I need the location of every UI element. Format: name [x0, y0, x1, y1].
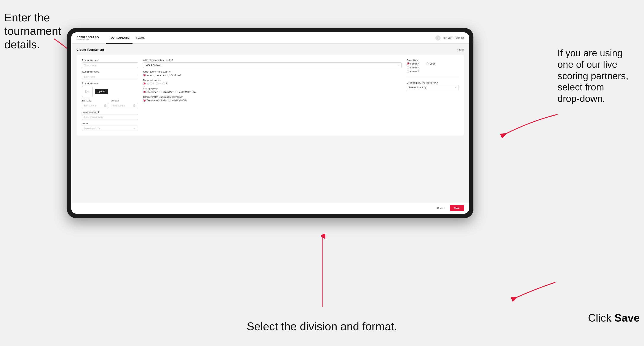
- scoring-match-play[interactable]: Match Play: [159, 91, 174, 93]
- start-date-placeholder: Pick a date: [84, 104, 96, 107]
- logo-placeholder: [82, 86, 92, 97]
- team-teams-radio[interactable]: [143, 99, 146, 102]
- live-scoring-group: Use third-party live scoring API? Leader…: [407, 82, 459, 90]
- middle-form-section: Which division is the event for? NCAA Di…: [143, 59, 402, 131]
- gender-womens-radio[interactable]: [154, 74, 156, 76]
- format-row-1: 5 count 4 Other: [407, 62, 459, 65]
- host-input[interactable]: [82, 62, 138, 68]
- rounds-label: Number of rounds: [143, 79, 402, 81]
- team-individuals[interactable]: Individuals Only: [168, 99, 187, 102]
- live-scoring-input[interactable]: Leaderboard King ×: [407, 85, 459, 90]
- format-label: Format type: [407, 59, 459, 61]
- gender-mens[interactable]: Mens: [143, 74, 152, 76]
- scoring-medal-radio[interactable]: [175, 91, 178, 93]
- venue-label: Venue: [82, 122, 138, 125]
- rounds-3-label: 3: [159, 82, 160, 85]
- nav-link-tournaments[interactable]: TOURNAMENTS: [106, 32, 132, 44]
- format-5count4[interactable]: 5 count 4: [407, 62, 419, 65]
- format-6count5-radio[interactable]: [407, 70, 410, 73]
- gender-combined-radio[interactable]: [167, 74, 170, 76]
- nav-link-teams[interactable]: TEAMS: [132, 32, 148, 44]
- rounds-group: Number of rounds 1 2: [143, 79, 402, 85]
- right-form-section: Format type 5 count 4 Other: [407, 59, 459, 131]
- save-bold-text: Save: [614, 312, 640, 324]
- sponsor-label: Sponsor (optional): [82, 111, 138, 113]
- logo-label: Tournament logo: [82, 82, 138, 84]
- save-button[interactable]: Save: [450, 205, 464, 211]
- format-5count4-radio[interactable]: [407, 62, 410, 65]
- gender-combined[interactable]: Combined: [167, 74, 181, 76]
- start-date-group: Start date Pick a date: [82, 100, 109, 108]
- sponsor-group: Sponsor (optional): [82, 111, 138, 120]
- scoring-group: Scoring system Stroke Play Match Play: [143, 87, 402, 93]
- arrow-bottom-center: [319, 234, 325, 309]
- format-other-radio[interactable]: [426, 62, 429, 65]
- division-group: Which division is the event for? NCAA Di…: [143, 59, 402, 68]
- annotation-bottom-right: Click Save: [588, 312, 640, 325]
- brand-subtitle: Powered by Clippit: [76, 39, 99, 40]
- navbar: SCOREBOARD Powered by Clippit TOURNAMENT…: [71, 32, 469, 44]
- scoring-stroke-label: Stroke Play: [146, 91, 158, 93]
- rounds-1-radio[interactable]: [143, 82, 146, 85]
- rounds-3[interactable]: 3: [156, 82, 160, 85]
- start-date-input[interactable]: Pick a date: [82, 103, 109, 108]
- scoring-match-label: Match Play: [163, 91, 174, 93]
- scoring-label: Scoring system: [143, 87, 402, 90]
- rounds-4[interactable]: 4: [162, 82, 167, 85]
- format-6count4-label: 6 count 4: [410, 66, 419, 69]
- team-individuals-radio[interactable]: [168, 99, 171, 102]
- gender-combined-label: Combined: [171, 74, 181, 76]
- format-6count4-radio[interactable]: [407, 66, 410, 69]
- back-link[interactable]: < Back: [456, 48, 464, 51]
- rounds-1[interactable]: 1: [143, 82, 148, 85]
- user-avatar: ●: [436, 35, 440, 41]
- rounds-2[interactable]: 2: [150, 82, 154, 85]
- page-title: Create Tournament: [76, 48, 104, 51]
- gender-group: Which gender is the event for? Mens Wome…: [143, 71, 402, 76]
- live-scoring-clear[interactable]: ×: [455, 86, 456, 89]
- team-individuals-label: Individuals Only: [172, 99, 187, 102]
- name-input[interactable]: [82, 74, 138, 79]
- gender-womens-label: Womens: [157, 74, 166, 76]
- host-label: Tournament Host: [82, 59, 138, 61]
- left-form-section: Tournament Host Tournament name Tourname…: [82, 59, 138, 131]
- upload-button[interactable]: Upload: [95, 89, 108, 94]
- sign-out-link[interactable]: Sign out: [456, 37, 464, 39]
- user-name: Test User |: [443, 37, 454, 39]
- gender-radio-group: Mens Womens Combined: [143, 74, 402, 76]
- cancel-button[interactable]: Cancel: [434, 205, 448, 211]
- arrow-bottom-right: [510, 276, 558, 306]
- svg-rect-3: [104, 105, 106, 107]
- venue-input[interactable]: Search golf club: [82, 126, 138, 131]
- format-5count4-label: 5 count 4: [410, 63, 419, 65]
- venue-placeholder: Search golf club: [84, 127, 101, 130]
- format-6count5-label: 6 count 5: [410, 70, 419, 73]
- tablet-frame: SCOREBOARD Powered by Clippit TOURNAMENT…: [67, 28, 474, 218]
- team-teams[interactable]: Teams (+Individuals): [143, 99, 166, 102]
- rounds-2-label: 2: [153, 82, 154, 85]
- scoring-stroke-play[interactable]: Stroke Play: [143, 91, 158, 93]
- end-date-input[interactable]: Pick a date: [111, 103, 138, 108]
- rounds-3-radio[interactable]: [156, 82, 158, 85]
- gender-womens[interactable]: Womens: [154, 74, 166, 76]
- date-row: Start date Pick a date End date Pick a d…: [82, 100, 138, 108]
- svg-rect-7: [134, 105, 135, 107]
- scoring-medal-match-play[interactable]: Medal Match Play: [175, 91, 196, 93]
- format-6count5[interactable]: 6 count 5: [407, 70, 459, 73]
- logo-upload-area: Upload: [82, 86, 138, 97]
- division-select[interactable]: NCAA Division I: [143, 62, 402, 68]
- scoring-match-radio[interactable]: [159, 91, 162, 93]
- sponsor-input[interactable]: [82, 114, 138, 120]
- scoring-stroke-radio[interactable]: [143, 91, 146, 93]
- nav-links: TOURNAMENTS TEAMS: [106, 32, 436, 44]
- rounds-4-label: 4: [166, 82, 167, 85]
- format-other[interactable]: Other: [426, 62, 435, 65]
- gender-mens-radio[interactable]: [143, 74, 146, 76]
- brand-title: SCOREBOARD: [76, 36, 99, 39]
- end-date-label: End date: [111, 100, 138, 102]
- format-6count4[interactable]: 6 count 4: [407, 66, 459, 69]
- division-label: Which division is the event for?: [143, 59, 402, 61]
- rounds-4-radio[interactable]: [162, 82, 165, 85]
- gender-mens-label: Mens: [146, 74, 152, 76]
- rounds-2-radio[interactable]: [150, 82, 152, 85]
